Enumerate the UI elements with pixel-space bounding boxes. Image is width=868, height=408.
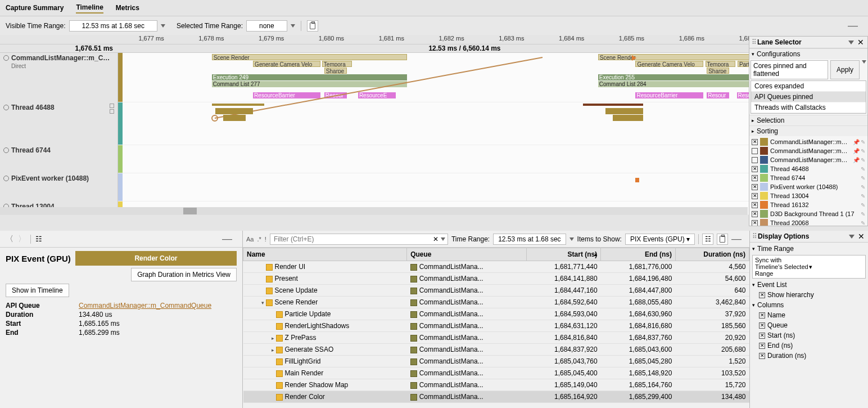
thread-bar[interactable] — [223, 115, 246, 121]
column-checkbox[interactable]: ✕ — [759, 353, 765, 359]
table-row[interactable]: RenderLightShadows CommandListMana... 1,… — [243, 320, 749, 332]
lane-label-thread-6744[interactable]: Thread 6744 — [0, 145, 117, 173]
col-duration[interactable]: Duration (ns) — [675, 248, 749, 261]
str-dropdown-icon[interactable] — [291, 24, 295, 28]
show-in-timeline-button[interactable]: Show in Timeline — [6, 284, 69, 297]
column-checkbox[interactable]: ✕ — [759, 343, 765, 349]
bar-temporal[interactable]: Tempora — [706, 61, 735, 67]
visible-time-range-input[interactable]: 12.53 ms at 1.68 sec — [69, 20, 157, 32]
lane-checkbox[interactable]: ✕ — [752, 211, 758, 217]
pin-icon[interactable]: 📌 — [853, 148, 858, 154]
bar-generate-camera[interactable]: Generate Camera Velo — [635, 61, 703, 67]
filter-input[interactable] — [273, 234, 433, 244]
tab-metrics[interactable]: Metrics — [116, 3, 139, 13]
nav-forward-icon[interactable]: 〉 — [18, 234, 26, 244]
lane-selector-item[interactable]: ✕ Thread 46488 ✎ — [751, 164, 866, 173]
bar-commandlist[interactable]: Command List 277 — [212, 81, 407, 87]
graph-duration-button[interactable]: Graph Duration in Metrics View — [131, 268, 237, 281]
edit-icon[interactable]: ✎ — [861, 157, 865, 163]
edit-icon[interactable]: ✎ — [861, 175, 865, 181]
bar-resourcebarrier[interactable]: Resour — [707, 92, 729, 98]
view-mode-button[interactable]: ☷ — [702, 234, 713, 245]
lane-checkbox[interactable] — [752, 157, 758, 163]
minimize-button[interactable]: — — [848, 20, 862, 32]
grip-icon[interactable]: ⠿ — [752, 232, 756, 240]
table-row[interactable]: Render Shadow Map CommandListMana... 1,6… — [243, 379, 749, 391]
config-item[interactable]: Threads with Callstacks — [751, 102, 866, 113]
bar-sharpen[interactable]: Sharpe — [324, 68, 347, 74]
lane-selector-item[interactable]: ✕ PixEvent worker (10488) ✎ — [751, 182, 866, 191]
column-checkbox[interactable]: ✕ — [759, 333, 765, 339]
tab-timeline[interactable]: Timeline — [76, 2, 103, 14]
section-event-list[interactable]: Event List — [757, 281, 787, 289]
vtr-dropdown-icon[interactable] — [161, 24, 165, 28]
column-checkbox[interactable]: ✕ — [759, 322, 765, 329]
thread-bar[interactable] — [605, 108, 643, 114]
detail-value[interactable]: CommandListManager::m_CommandQueue — [79, 302, 211, 310]
config-dropdown-icon[interactable] — [862, 60, 866, 64]
table-row[interactable]: FillLightGrid CommandListMana... 1,685,0… — [243, 356, 749, 367]
lane-checkbox[interactable] — [110, 109, 114, 114]
detail-view-icon[interactable]: ☷ — [35, 235, 42, 243]
negate-toggle[interactable]: ! — [265, 236, 266, 243]
bar-resourcebarrier[interactable]: ResourceBarrier — [253, 92, 320, 98]
lane-checkbox[interactable]: ✕ — [752, 202, 758, 208]
tab-capture-summary[interactable]: Capture Summary — [6, 3, 64, 13]
thread-bar[interactable] — [212, 104, 264, 106]
lane-selector-item[interactable]: ✕ Thread 20068 ✎ — [751, 218, 866, 226]
edit-icon[interactable]: ✎ — [861, 202, 865, 208]
lane-label-thread-46488[interactable]: Thread 46488 — [0, 102, 117, 145]
config-current[interactable]: Cores pinned and flattened — [751, 60, 828, 79]
lane-checkbox[interactable] — [752, 148, 758, 154]
lane-checkbox[interactable]: ✕ — [752, 139, 758, 145]
col-start[interactable]: Start (ns)▲ — [526, 248, 601, 261]
sync-dropdown[interactable]: Sync with Timeline's Selected Range▾ — [752, 255, 866, 279]
col-queue[interactable]: Queue — [407, 248, 526, 261]
table-row[interactable]: Present CommandListMana... 1,684,141,880… — [243, 273, 749, 285]
edit-icon[interactable]: ✎ — [861, 184, 865, 190]
tr-dropdown-icon[interactable] — [569, 237, 574, 241]
lane-checkbox[interactable]: ✕ — [752, 220, 758, 226]
lane-selector-item[interactable]: ✕ Thread 16132 ✎ — [751, 200, 866, 209]
apply-button[interactable]: Apply — [830, 60, 860, 79]
config-item[interactable]: Cores expanded — [751, 81, 866, 92]
lane-selector-item[interactable]: CommandListManager::m_Cor 📌 ✎ — [751, 146, 866, 155]
bar-execution[interactable]: Execution 249 — [212, 74, 407, 80]
selected-time-range-input[interactable]: none — [246, 20, 287, 32]
bar-sharpen[interactable]: Sharpe — [707, 68, 729, 74]
lane-selector-item[interactable]: CommandListManager::m_Cor 📌 ✎ — [751, 155, 866, 164]
thread-bar[interactable] — [635, 178, 639, 182]
lane-selector-item[interactable]: ✕ CommandListManager::m_Cor 📌 ✎ — [751, 137, 866, 146]
table-row[interactable]: Main Render CommandListMana... 1,685,045… — [243, 367, 749, 379]
thread-bar[interactable] — [613, 115, 643, 121]
col-name[interactable]: Name — [243, 248, 407, 261]
lane-checkbox[interactable]: ✕ — [752, 166, 758, 172]
table-row[interactable]: ▾Scene Render CommandListMana... 1,684,5… — [243, 297, 749, 308]
config-item[interactable]: API Queues pinned — [751, 92, 866, 102]
grip-icon[interactable]: ⠿ — [752, 38, 755, 46]
table-row[interactable]: ▸Generate SSAO CommandListMana... 1,684,… — [243, 344, 749, 356]
column-checkbox[interactable]: ✕ — [759, 312, 765, 319]
section-columns[interactable]: Columns — [757, 301, 784, 309]
edit-icon[interactable]: ✎ — [861, 193, 865, 199]
minimize-detail-button[interactable]: — — [222, 233, 237, 245]
bar-resourcebarrier[interactable]: Resour — [324, 92, 347, 98]
thread-bar[interactable] — [215, 108, 253, 114]
edit-icon[interactable]: ✎ — [861, 211, 865, 217]
bar-resourcebarrier[interactable]: ResourceE — [358, 92, 396, 98]
lane-checkbox[interactable]: ✕ — [752, 184, 758, 190]
clipboard-button[interactable] — [717, 234, 728, 245]
section-time-range[interactable]: Time Range — [757, 245, 794, 253]
bar-generate-camera[interactable]: Generate Camera Velo — [253, 61, 320, 67]
col-end[interactable]: End (ns) — [601, 248, 676, 261]
case-sensitive-toggle[interactable]: Aa — [246, 236, 254, 243]
collapse-icon[interactable] — [848, 41, 854, 44]
clear-filter-icon[interactable]: ✕ — [433, 235, 438, 243]
bar-scene-render[interactable]: Scene Render — [212, 54, 407, 60]
lane-checkbox[interactable]: ✕ — [752, 193, 758, 199]
minimize-events-button[interactable]: — — [731, 233, 746, 245]
bar-resourcebarrier[interactable]: ResourceBarrier — [635, 92, 703, 98]
close-icon[interactable]: ✕ — [857, 232, 866, 241]
lane-selector-item[interactable]: ✕ Thread 13004 ✎ — [751, 191, 866, 200]
lane-selector-item[interactable]: ✕ D3D Background Thread 1 (17 ✎ — [751, 209, 866, 218]
